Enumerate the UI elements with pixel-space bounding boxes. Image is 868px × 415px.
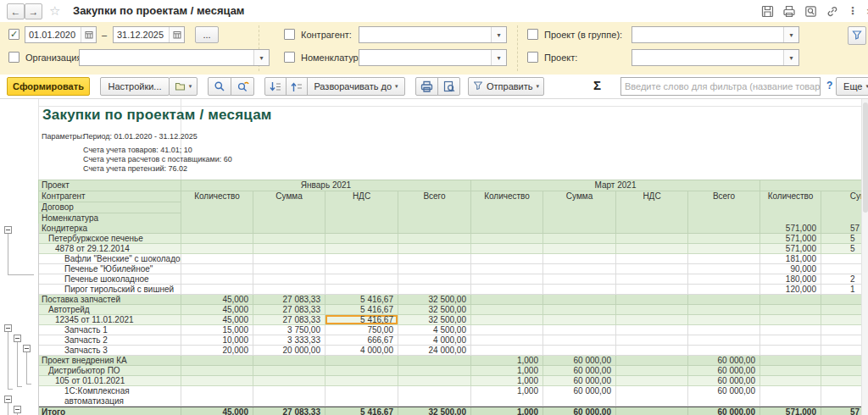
- nomenclature-input[interactable]: [359, 53, 491, 63]
- report-cell[interactable]: [398, 264, 471, 274]
- scrollbar-thumb[interactable]: [863, 102, 868, 213]
- header-dim-label[interactable]: Договор: [39, 202, 181, 213]
- header-measure-label[interactable]: Сумма: [543, 191, 616, 224]
- row-label-cell[interactable]: Печенье шоколадное: [39, 274, 181, 285]
- report-cell[interactable]: 60 000,00: [543, 386, 616, 407]
- row-label-cell[interactable]: Печенье "Юбилейное": [39, 264, 181, 274]
- search-next-button[interactable]: [231, 77, 254, 96]
- report-cell[interactable]: [326, 386, 398, 407]
- row-label-cell[interactable]: Дистрибьютор ПО: [39, 366, 181, 376]
- row-label-cell[interactable]: Поставка запчастей: [39, 295, 181, 305]
- report-cell[interactable]: [253, 224, 326, 234]
- report-cell[interactable]: [398, 376, 471, 386]
- report-cell[interactable]: [471, 264, 543, 274]
- report-cell[interactable]: 4 500,00: [398, 325, 471, 335]
- report-cell[interactable]: 90,000: [760, 264, 821, 274]
- print-button[interactable]: [415, 77, 438, 96]
- report-cell[interactable]: 10,000: [181, 335, 253, 346]
- row-label-cell[interactable]: 12345 от 11.01.2021: [39, 315, 181, 325]
- report-cell[interactable]: [181, 366, 253, 376]
- report-cell[interactable]: [326, 366, 398, 376]
- period-more-button[interactable]: ...: [195, 26, 219, 43]
- chevron-down-icon[interactable]: ▾: [783, 50, 798, 65]
- project-combo[interactable]: ▾: [632, 49, 799, 66]
- forward-button[interactable]: →: [25, 3, 42, 19]
- report-cell[interactable]: [471, 234, 543, 244]
- report-cell[interactable]: [181, 356, 253, 366]
- project-group-combo[interactable]: ▾: [632, 26, 799, 43]
- report-cell[interactable]: [398, 356, 471, 366]
- report-cell[interactable]: [760, 366, 821, 376]
- report-cell[interactable]: [688, 264, 760, 274]
- report-cell[interactable]: [616, 386, 688, 407]
- header-dim-label[interactable]: Контрагент: [39, 191, 181, 202]
- generate-button[interactable]: Сформировать: [7, 77, 90, 96]
- report-cell[interactable]: 1,000: [471, 376, 543, 386]
- counterparty-checkbox[interactable]: [284, 29, 295, 40]
- report-cell[interactable]: [616, 254, 688, 264]
- report-cell[interactable]: 45,000: [181, 295, 253, 305]
- report-cell[interactable]: 571,000: [760, 407, 821, 415]
- print-preview-button[interactable]: [437, 77, 460, 96]
- chevron-down-icon[interactable]: ▾: [783, 27, 798, 42]
- report-cell[interactable]: 60 000,00: [688, 376, 760, 386]
- report-cell[interactable]: [398, 244, 471, 254]
- header-measure-label[interactable]: Количество: [181, 191, 253, 224]
- report-cell[interactable]: 571,000: [760, 224, 821, 234]
- report-cell[interactable]: [616, 376, 688, 386]
- report-cell[interactable]: [616, 264, 688, 274]
- report-cell[interactable]: [616, 356, 688, 366]
- report-cell[interactable]: 45,000: [181, 305, 253, 315]
- report-cell[interactable]: 666,67: [326, 335, 398, 346]
- report-cell[interactable]: [616, 234, 688, 244]
- collapse-all-button[interactable]: [264, 77, 287, 96]
- collapse-icon[interactable]: [23, 345, 31, 352]
- report-cell[interactable]: 180,000: [760, 274, 821, 285]
- row-label-cell[interactable]: Кондитерка: [39, 224, 181, 234]
- report-cell[interactable]: 181,000: [760, 254, 821, 264]
- report-cell[interactable]: 60 000,00: [688, 407, 760, 415]
- header-measure-label[interactable]: Всего: [688, 191, 760, 224]
- row-label-cell[interactable]: Запчасть 2: [39, 335, 181, 346]
- date-from-field[interactable]: [25, 26, 97, 43]
- report-cell[interactable]: [688, 274, 760, 285]
- report-cell[interactable]: [543, 244, 616, 254]
- report-cell[interactable]: [616, 305, 688, 315]
- report-cell[interactable]: [398, 234, 471, 244]
- report-cell[interactable]: [616, 325, 688, 335]
- report-cell[interactable]: [253, 366, 326, 376]
- report-cell[interactable]: [543, 325, 616, 335]
- organization-combo[interactable]: ▾: [79, 49, 270, 66]
- report-cell[interactable]: [616, 315, 688, 325]
- report-cell[interactable]: [253, 244, 326, 254]
- more-vertical-icon[interactable]: ⋮: [848, 5, 858, 17]
- report-cell[interactable]: 5 416,67: [326, 305, 398, 315]
- project-group-input[interactable]: [632, 30, 783, 40]
- report-cell[interactable]: [181, 274, 253, 285]
- row-label-cell[interactable]: Проект внедрения КА: [39, 356, 181, 366]
- report-cell[interactable]: 120,000: [760, 285, 821, 295]
- report-cell[interactable]: [253, 356, 326, 366]
- report-cell[interactable]: [471, 274, 543, 285]
- calendar-icon[interactable]: [81, 27, 96, 42]
- expand-to-button[interactable]: Разворачивать до ▾: [307, 77, 405, 96]
- report-cell[interactable]: [543, 335, 616, 346]
- report-cell[interactable]: [760, 346, 821, 356]
- report-cell[interactable]: [688, 305, 760, 315]
- row-label-cell[interactable]: Петербуржское печенье: [39, 234, 181, 244]
- row-label-cell[interactable]: Запчасть 3: [39, 346, 181, 356]
- report-cell[interactable]: [760, 295, 821, 305]
- report-cell[interactable]: [760, 335, 821, 346]
- report-cell[interactable]: 571,000: [760, 234, 821, 244]
- report-cell[interactable]: [181, 224, 253, 234]
- report-cell[interactable]: 15,000: [181, 325, 253, 335]
- date-to-input[interactable]: [114, 30, 169, 40]
- report-cell[interactable]: [543, 346, 616, 356]
- report-cell[interactable]: [616, 407, 688, 415]
- report-cell[interactable]: [616, 335, 688, 346]
- report-cell[interactable]: [181, 376, 253, 386]
- project-group-checkbox[interactable]: [527, 29, 538, 40]
- row-label-cell[interactable]: 4878 от 29.12.2014: [39, 244, 181, 254]
- date-from-input[interactable]: [25, 30, 81, 40]
- header-measure-label[interactable]: Всего: [398, 191, 471, 224]
